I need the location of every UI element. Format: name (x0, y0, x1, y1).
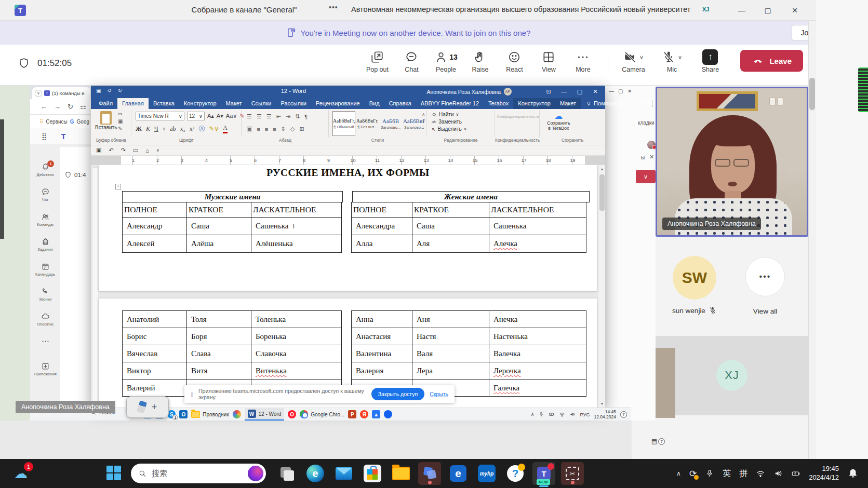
word-minimize-icon[interactable]: — (556, 86, 572, 97)
browser-tab[interactable]: ∨ T (1) Команды и (32, 87, 90, 99)
highlight-icon[interactable]: ✎∨ (209, 125, 219, 133)
word-tab-вставка[interactable]: Вставка (149, 98, 179, 109)
justify-icon[interactable]: ≡ (273, 126, 276, 132)
taskbar-snipping-icon[interactable]: ✂ (561, 462, 584, 485)
mic-button[interactable]: ∨ Mic (656, 48, 687, 73)
shading-icon[interactable]: ◇ (290, 126, 295, 132)
bookmark-services[interactable]: Сервисы (46, 119, 67, 125)
word-close-icon[interactable]: ✕ (587, 86, 603, 97)
hide-link[interactable]: Скрыть (430, 391, 448, 397)
paste-button[interactable]: Вставить (95, 111, 117, 130)
word-tab-вид[interactable]: Вид (365, 98, 384, 109)
change-case-icon[interactable]: Аа∨ (226, 113, 237, 119)
weather-widget[interactable]: ☁ 1 (9, 463, 32, 484)
superscript-icon[interactable]: x² (190, 125, 195, 133)
leave-button[interactable]: Leave (740, 50, 803, 72)
zoom-in-icon[interactable]: + (152, 402, 157, 413)
text-effects-icon[interactable]: Ⓐ (198, 125, 205, 133)
close-icon[interactable]: ✕ (649, 154, 654, 160)
wifi-icon[interactable] (559, 411, 565, 417)
back-icon[interactable]: ← (41, 103, 47, 111)
borders-icon[interactable]: ⊞ (299, 126, 304, 132)
chevron-up-icon[interactable]: ∧ (531, 412, 535, 417)
titlebar-overflow-dots[interactable]: ••• (329, 3, 338, 11)
word-tab-ссылки[interactable]: Ссылки (247, 98, 276, 109)
meetbar-react-button[interactable]: React (499, 48, 530, 73)
styles-up-icon[interactable]: ∧ (422, 112, 425, 117)
sync-icon[interactable]: ⟳ (689, 468, 697, 479)
yandex-browser-icon[interactable]: Я (360, 410, 368, 418)
notification-bell-icon[interactable] (847, 468, 859, 479)
bookmark-google[interactable]: Goog (77, 119, 89, 125)
word-tab-файл[interactable]: Файл (94, 98, 117, 109)
titlebar-user-initials[interactable]: XJ (702, 6, 709, 12)
participant-avatar[interactable]: SW (673, 256, 716, 300)
document-area[interactable]: РУССКИЕ ИМЕНА, ИХ ФОРМЫ + Мужские именаЖ… (91, 165, 605, 408)
explorer-item[interactable]: Проводник (191, 411, 229, 418)
style-chip-2[interactable]: АаБбВвГг,¶ Без инт... (356, 112, 378, 135)
align-center-icon[interactable]: ≡ (257, 126, 260, 132)
meetbar-more-button[interactable]: More (567, 48, 598, 73)
word-tab-макет[interactable]: Макет (555, 98, 581, 109)
sidebar-item-чат[interactable]: Чат (31, 187, 59, 212)
meetbar-pop-out-button[interactable]: Pop out (362, 48, 393, 73)
word-tab-справка[interactable]: Справка (384, 98, 416, 109)
meetbar-chat-button[interactable]: Chat (396, 48, 427, 73)
scroll-down-icon[interactable]: ▾ (598, 401, 605, 406)
sidebar-item-onedrive[interactable]: OneDrive (31, 312, 59, 337)
window-scrollbar-thumb[interactable] (809, 78, 815, 110)
lang-en-label[interactable]: 英 (723, 468, 731, 479)
volume-icon[interactable] (773, 469, 783, 478)
multilevel-icon[interactable]: ☰ (266, 113, 272, 120)
sidebar-item-календарь[interactable]: Календарь (31, 262, 59, 287)
numbering-icon[interactable]: ☰ (257, 113, 262, 120)
mic-tray-icon[interactable] (705, 469, 714, 478)
taskbar-explorer-icon[interactable] (390, 462, 412, 485)
profile-icon[interactable]: ⚏ (80, 103, 86, 111)
indent-icon[interactable]: ⇥ (286, 113, 290, 120)
powerpoint-icon[interactable]: P (348, 410, 356, 418)
share-button[interactable]: ↑ Share (695, 48, 726, 73)
subscript-icon[interactable]: x₂ (180, 125, 185, 133)
lang-pinyin-label[interactable]: 拼 (739, 468, 747, 479)
copy-icon[interactable]: ▣ (118, 118, 123, 124)
sidebar-item-задания[interactable]: Задания (31, 237, 59, 262)
undo-icon[interactable]: ↶ (109, 147, 113, 154)
save-icon[interactable]: ▣ (96, 88, 101, 93)
taskbar-search[interactable]: 搜索 (131, 464, 266, 483)
customize-icon[interactable]: ∨ (156, 148, 159, 153)
tab-chevron-icon[interactable]: ∨ (35, 90, 42, 97)
replace-button[interactable]: abЗаменить (432, 119, 467, 125)
word-tab-макет[interactable]: Макет (221, 98, 247, 109)
taskbar-e-app-icon[interactable]: e (447, 462, 470, 485)
font-size-select[interactable]: 12∨ (187, 112, 205, 120)
forward-icon[interactable]: → (54, 103, 61, 111)
blue-app-icon[interactable] (384, 410, 392, 418)
taskbar-myhp-icon[interactable]: myhp (475, 462, 498, 485)
styles-more-icon[interactable]: ≡ (422, 126, 425, 130)
cut-icon[interactable]: ✂ (118, 111, 123, 117)
word-tab-abbyy-finereader-12[interactable]: ABBYY FineReader 12 (416, 98, 484, 109)
outdent-icon[interactable]: ⇤ (276, 113, 281, 120)
font-color-icon[interactable]: А (223, 124, 228, 133)
word-tab-конструктор[interactable]: Конструктор (513, 98, 555, 109)
mic-icon[interactable] (538, 411, 544, 417)
bullets-icon[interactable]: ☰ (247, 113, 252, 120)
format-painter-icon[interactable]: ✎ (118, 126, 123, 131)
new-doc-icon[interactable]: ▭ (133, 147, 138, 154)
word-scrollbar[interactable]: ▴ ▾ (598, 165, 605, 408)
redo-icon[interactable]: ↻ (118, 88, 122, 93)
drag-handle-icon[interactable]: ∥ (191, 391, 193, 397)
table-anchor-icon[interactable]: + (115, 184, 121, 189)
taskbar-store-icon[interactable] (361, 462, 384, 485)
pilcrow-icon[interactable]: ¶ (304, 114, 308, 120)
taskbar-get-help-icon[interactable]: ? (504, 462, 527, 485)
assistant-tab[interactable]: Помощник (581, 98, 627, 109)
word-scrollbar-thumb[interactable] (599, 174, 605, 211)
browser-minimize-icon[interactable]: — (609, 88, 614, 94)
grow-font-icon[interactable]: А▴ (207, 113, 214, 119)
shrink-font-icon[interactable]: А▾ (217, 113, 223, 119)
waffle-icon[interactable]: ⣿ (42, 132, 47, 140)
overflow-video-tile[interactable]: XJ (656, 336, 808, 415)
volume-icon[interactable] (569, 411, 576, 417)
